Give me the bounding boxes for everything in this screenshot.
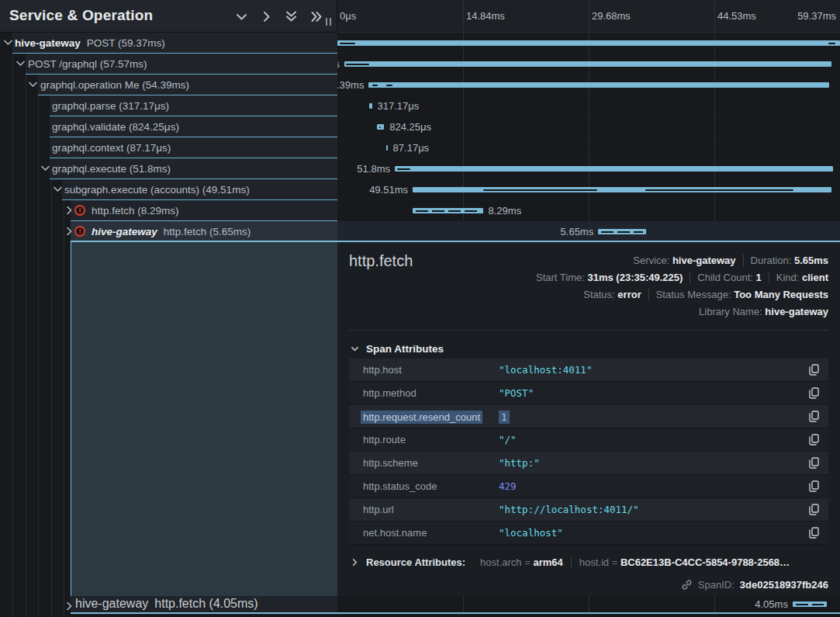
- span-id-value: 3de02518937fb246: [740, 579, 828, 591]
- collapse-span-icon[interactable]: [41, 165, 50, 172]
- timeline-row[interactable]: 8.29ms: [337, 200, 840, 221]
- copy-icon[interactable]: [809, 480, 819, 494]
- tree-row[interactable]: hive-gatewayPOST (59.37ms): [0, 33, 337, 54]
- attribute-row[interactable]: http.method"POST": [349, 382, 828, 405]
- ruler-gridline: [463, 0, 464, 32]
- timeline-row[interactable]: 49.51ms: [337, 179, 840, 200]
- timeline-row[interactable]: 87.17μs: [337, 137, 840, 158]
- expand-span-icon[interactable]: [65, 602, 74, 610]
- service-operation-title: Service & Operation: [9, 7, 153, 24]
- attribute-row[interactable]: http.status_code429: [349, 475, 828, 498]
- tree-row[interactable]: !hive-gatewayhttp.fetch (5.65ms): [0, 221, 337, 242]
- timeline-row[interactable]: 59.37ms: [337, 33, 840, 54]
- overview-field: Duration: 5.65ms: [743, 255, 828, 266]
- resource-attribute: host.id = BC62E13B-C4CC-5854-9788-2568…: [571, 556, 797, 568]
- timeline-row[interactable]: 51.8ms: [337, 158, 840, 179]
- span-service: hive-gateway: [92, 226, 157, 237]
- tree-row[interactable]: POST /graphql (57.57ms): [0, 54, 337, 75]
- tree-row-bottom[interactable]: hive-gatewayhttp.fetch (4.05ms): [0, 596, 337, 612]
- attribute-row[interactable]: http.url"http://localhost:4011/": [349, 498, 828, 522]
- span-label: graphql.parse (317.17μs): [52, 100, 169, 112]
- attribute-key: http.host: [363, 364, 402, 376]
- attribute-row[interactable]: http.route"/": [349, 428, 828, 452]
- attribute-key: http.scheme: [363, 457, 418, 469]
- collapse-span-icon[interactable]: [4, 39, 12, 47]
- collapse-one-icon[interactable]: [236, 11, 247, 23]
- collapse-all-icon[interactable]: [285, 10, 297, 23]
- tree-row[interactable]: graphql.operation Me (54.39ms): [0, 75, 337, 95]
- timeline-row[interactable]: 317.17μs: [337, 95, 840, 116]
- timeline-ruler: 0μs 14.84ms 29.68ms 44.53ms 59.37ms: [337, 0, 840, 33]
- tree-row[interactable]: subgraph.execute (accounts) (49.51ms): [0, 179, 337, 200]
- span-duration-label: 5.65ms: [561, 226, 594, 237]
- chevron-right-icon: [351, 558, 359, 567]
- span-label: graphql.execute (51.8ms): [52, 163, 171, 175]
- copy-icon[interactable]: [809, 434, 819, 448]
- attribute-key: http.request.resend_count: [361, 411, 482, 424]
- copy-icon[interactable]: [809, 364, 819, 378]
- span-bar[interactable]: [369, 103, 372, 109]
- span-bar[interactable]: [377, 124, 384, 130]
- expand-one-icon[interactable]: [261, 11, 272, 23]
- copy-icon[interactable]: [809, 411, 819, 425]
- span-duration-label: 4.05ms: [755, 598, 788, 610]
- span-bar[interactable]: [598, 229, 646, 234]
- attribute-value: 429: [499, 480, 517, 492]
- copy-icon[interactable]: [809, 504, 819, 518]
- tree-row[interactable]: graphql.parse (317.17μs): [0, 95, 337, 116]
- ruler-tick-4: 59.37ms: [797, 10, 836, 22]
- expand-all-icon[interactable]: [310, 11, 323, 23]
- overview-field: Status: error: [576, 289, 648, 300]
- ruler-tick-0: 0μs: [340, 10, 356, 22]
- span-bar[interactable]: [368, 82, 829, 88]
- copy-icon[interactable]: [809, 527, 819, 541]
- expand-span-icon[interactable]: [65, 227, 74, 235]
- span-label: graphql.context (87.17μs): [52, 142, 171, 154]
- detail-divider: [349, 330, 828, 331]
- collapse-span-icon[interactable]: [16, 60, 25, 68]
- tree-row[interactable]: !http.fetch (8.29ms): [0, 200, 337, 221]
- span-bar[interactable]: [413, 208, 483, 213]
- expand-span-icon[interactable]: [65, 206, 74, 214]
- span-bar[interactable]: [413, 187, 831, 192]
- attribute-row[interactable]: http.request.resend_count1: [349, 405, 828, 428]
- resource-attributes-row[interactable]: Resource Attributes: host.arch = arm64ho…: [351, 556, 797, 568]
- timeline-row-bottom: 4.05ms: [337, 596, 840, 612]
- copy-icon[interactable]: [809, 387, 819, 401]
- span-bar[interactable]: [344, 61, 831, 67]
- overview-line: Library Name: hive-gateway: [529, 303, 828, 321]
- timeline-row[interactable]: 824.25μs: [337, 116, 840, 137]
- timeline-row[interactable]: 5.65ms: [337, 221, 840, 242]
- link-icon[interactable]: [681, 579, 693, 591]
- overview-field: Kind: client: [769, 272, 828, 283]
- attribute-key: http.method: [363, 387, 417, 399]
- span-duration-label: 57.57ms: [337, 58, 340, 70]
- span-tree: hive-gatewayPOST (59.37ms)POST /graphql …: [0, 33, 337, 242]
- tree-row[interactable]: graphql.validate (824.25μs): [0, 116, 337, 137]
- collapse-span-icon[interactable]: [29, 81, 37, 88]
- tree-row[interactable]: graphql.context (87.17μs): [0, 137, 337, 158]
- attribute-row[interactable]: http.scheme"http:": [349, 452, 828, 475]
- attribute-key: http.route: [363, 434, 406, 445]
- span-bar[interactable]: [395, 166, 833, 172]
- attribute-key: net.host.name: [363, 527, 427, 539]
- timeline-row[interactable]: 54.39ms: [337, 75, 840, 95]
- tree-row[interactable]: graphql.execute (51.8ms): [0, 158, 337, 179]
- span-duration-label: 87.17μs: [393, 142, 430, 154]
- span-bar[interactable]: [793, 601, 827, 607]
- timeline-row[interactable]: 57.57ms: [337, 54, 840, 75]
- span-detail-title: http.fetch: [349, 252, 413, 270]
- overview-field: Child Count: 1: [690, 272, 768, 283]
- attribute-row[interactable]: http.host"localhost:4011": [349, 359, 828, 382]
- span-attributes-header[interactable]: Span Attributes: [351, 343, 444, 355]
- copy-icon[interactable]: [809, 457, 819, 471]
- panel-resize-handle[interactable]: [326, 18, 331, 26]
- span-bar[interactable]: [337, 40, 840, 46]
- attribute-value: "localhost:4011": [499, 364, 592, 376]
- collapse-span-icon[interactable]: [54, 185, 62, 193]
- span-duration-label: 54.39ms: [337, 79, 364, 91]
- span-bar[interactable]: [386, 145, 388, 151]
- span-label: http.fetch (8.29ms): [92, 205, 179, 217]
- attribute-row[interactable]: net.host.name"localhost": [349, 522, 828, 545]
- error-icon: !: [74, 226, 85, 237]
